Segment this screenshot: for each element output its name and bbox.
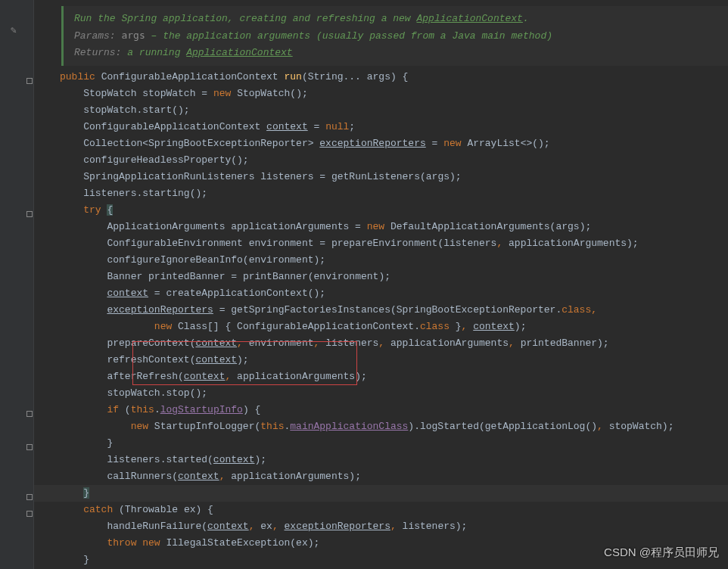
code-line[interactable]: } bbox=[34, 435, 728, 452]
javadoc-line: Run the Spring application, creating and… bbox=[74, 11, 720, 27]
doc-returns-label: Returns: bbox=[74, 47, 121, 58]
fold-toggle[interactable] bbox=[26, 511, 33, 517]
edit-icon: ✎ bbox=[11, 24, 17, 36]
code-line[interactable]: try { bbox=[34, 202, 728, 219]
code-line[interactable]: new StartupInfoLogger(this.mainApplicati… bbox=[34, 418, 728, 435]
doc-text: . bbox=[523, 13, 529, 24]
javadoc-line: Params: args – the application arguments… bbox=[74, 27, 720, 45]
fold-toggle[interactable] bbox=[26, 411, 33, 417]
code-line[interactable]: stopWatch.start(); bbox=[34, 102, 728, 119]
code-line[interactable]: catch (Throwable ex) { bbox=[34, 502, 728, 518]
doc-link: ApplicationContext bbox=[416, 13, 522, 24]
javadoc-block: Run the Spring application, creating and… bbox=[61, 6, 728, 66]
code-line[interactable]: ConfigurableEnvironment environment = pr… bbox=[34, 235, 728, 252]
code-line[interactable]: SpringApplicationRunListeners listeners … bbox=[34, 169, 728, 185]
fold-toggle[interactable] bbox=[26, 211, 33, 217]
code-line[interactable]: context = createApplicationContext(); bbox=[34, 285, 728, 302]
code-line[interactable]: if (this.logStartupInfo) { bbox=[34, 402, 728, 418]
doc-link: ApplicationContext bbox=[186, 47, 292, 58]
doc-text: – the application arguments (usually pas… bbox=[145, 30, 552, 42]
doc-param-name: args bbox=[121, 30, 145, 41]
code-line[interactable]: listeners.starting(); bbox=[34, 185, 728, 202]
fold-toggle[interactable] bbox=[26, 444, 33, 450]
gutter: ✎ bbox=[0, 0, 34, 569]
doc-text: a running bbox=[121, 47, 186, 58]
code-line[interactable]: callRunners(context, applicationArgument… bbox=[34, 468, 728, 485]
code-line[interactable]: configureHeadlessProperty(); bbox=[34, 152, 728, 169]
doc-text: Run the Spring application, creating and… bbox=[74, 13, 416, 24]
code-line[interactable]: Banner printedBanner = printBanner(envir… bbox=[34, 269, 728, 285]
code-line[interactable]: public ConfigurableApplicationContext ru… bbox=[34, 69, 728, 86]
code-line[interactable]: StopWatch stopWatch = new StopWatch(); bbox=[34, 86, 728, 102]
code-line[interactable]: afterRefresh(context, applicationArgumen… bbox=[34, 368, 728, 385]
code-line[interactable]: prepareContext(context, environment, lis… bbox=[34, 335, 728, 352]
code-line[interactable]: listeners.started(context); bbox=[34, 452, 728, 468]
code-line[interactable]: refreshContext(context); bbox=[34, 352, 728, 368]
doc-params-label: Params: bbox=[74, 30, 116, 42]
code-line[interactable]: configureIgnoreBeanInfo(environment); bbox=[34, 252, 728, 269]
code-line[interactable]: ConfigurableApplicationContext context =… bbox=[34, 119, 728, 135]
code-line[interactable]: Collection<SpringBootExceptionReporter> … bbox=[34, 135, 728, 152]
code-line[interactable]: exceptionReporters = getSpringFactoriesI… bbox=[34, 302, 728, 319]
fold-toggle[interactable] bbox=[26, 494, 33, 500]
fold-toggle[interactable] bbox=[26, 78, 33, 84]
code-line[interactable]: new Class[] { ConfigurableApplicationCon… bbox=[34, 319, 728, 335]
code-line[interactable]: ApplicationArguments applicationArgument… bbox=[34, 219, 728, 235]
javadoc-line: Returns: a running ApplicationContext bbox=[74, 45, 720, 61]
code-line[interactable]: } bbox=[34, 485, 728, 502]
code-line[interactable]: handleRunFailure(context, ex, exceptionR… bbox=[34, 518, 728, 535]
code-editor[interactable]: Run the Spring application, creating and… bbox=[34, 0, 728, 569]
csdn-watermark: CSDN @程序员田师兄 bbox=[604, 546, 719, 560]
code-line[interactable]: stopWatch.stop(); bbox=[34, 385, 728, 402]
